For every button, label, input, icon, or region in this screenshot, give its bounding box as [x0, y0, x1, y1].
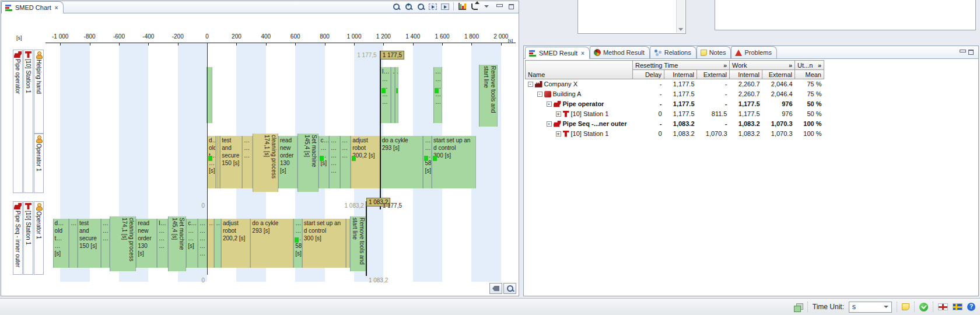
activity-label: 150 [s]	[79, 242, 100, 250]
activity-bar[interactable]: Remove tools andstart line	[350, 216, 366, 271]
column-header-delay[interactable]: Delay	[633, 70, 664, 79]
tab-method-result[interactable]: Method Result	[590, 46, 650, 58]
separator	[914, 302, 915, 312]
note-icon[interactable]	[902, 303, 909, 310]
maximize-icon[interactable]	[506, 2, 516, 11]
flag-sweden-icon[interactable]	[953, 303, 963, 310]
tree-expander[interactable]: -	[547, 102, 552, 107]
activity-bar[interactable]: ………	[101, 219, 110, 268]
activity-bar[interactable]: cleaning process174,1 [s]	[110, 216, 136, 271]
activity-bar[interactable]: …	[214, 219, 221, 268]
activity-bar[interactable]: …	[207, 219, 214, 268]
zoom-out-icon[interactable]: -	[415, 2, 426, 11]
column-header-internal[interactable]: Internal	[730, 70, 762, 79]
column-header-external[interactable]: External	[762, 70, 795, 79]
activity-bar[interactable]: adjustrobot200,2 [s]	[221, 219, 250, 268]
activity-bar[interactable]: I……………	[380, 67, 391, 123]
activity-bar[interactable]: start set up and control300 [s]	[432, 136, 476, 188]
activity-bar[interactable]: ……………	[198, 219, 207, 268]
activity-bar[interactable]: ………58[s]	[423, 136, 432, 188]
activity-bar[interactable]: do a cykle293 [s]	[250, 219, 293, 268]
expand-view-icon[interactable]	[440, 2, 450, 11]
scroll-down-icon[interactable]	[678, 28, 683, 31]
close-icon[interactable]: ×	[580, 50, 584, 57]
activity-bar[interactable]: d…oldt……[s]	[53, 219, 69, 268]
activity-bar[interactable]: d…oldt……[s]	[207, 136, 216, 188]
tab-smed-result[interactable]: SMED Result ×	[525, 47, 590, 59]
column-header-name[interactable]: Name	[526, 61, 633, 79]
activity-label: …	[244, 144, 252, 152]
expand-columns-icon[interactable]: »	[818, 62, 821, 69]
activity-bar[interactable]: …	[391, 67, 395, 123]
activity-bar[interactable]: Set machine145,4 [s]	[298, 134, 319, 192]
activity-bar[interactable]: ………58[s]	[293, 219, 302, 268]
activity-bar[interactable]: ……………	[329, 136, 340, 188]
activity-bar[interactable]: I…………	[157, 219, 168, 268]
zoom-in-icon[interactable]: +	[403, 2, 414, 11]
activity-bar[interactable]: adjustrobot200,2 [s]	[351, 136, 380, 188]
activity-bar[interactable]: ………	[242, 136, 253, 188]
minimize-icon[interactable]	[494, 2, 504, 11]
group-header-resetting-time[interactable]: Resetting Time»	[633, 61, 730, 70]
time-unit-select[interactable]: s	[849, 302, 892, 313]
activity-bar[interactable]: cleaning process174,1 [s]	[253, 134, 278, 192]
zoom-select-button[interactable]	[503, 283, 516, 294]
activity-bar[interactable]: …	[69, 219, 78, 268]
activity-bar[interactable]: start set up and control300 [s]	[302, 219, 346, 268]
column-header-internal[interactable]: Internal	[664, 70, 697, 79]
rotate-layout-icon[interactable]	[469, 2, 480, 11]
expand-columns-icon[interactable]: »	[789, 62, 792, 69]
activity-bar[interactable]: Remove tools andstart line	[479, 65, 497, 127]
activity-bar[interactable]: …	[395, 67, 398, 123]
activity-label: Remove tools and	[489, 66, 496, 127]
cascade-windows-icon[interactable]	[794, 303, 803, 311]
tab-notes[interactable]: Notes	[696, 46, 732, 58]
tab-relations[interactable]: Relations	[650, 46, 696, 58]
column-header-external[interactable]: External	[697, 70, 730, 79]
tree-expander[interactable]: -	[528, 82, 533, 87]
activity-bar[interactable]: c………[s]	[186, 219, 198, 268]
help-icon[interactable]: ?	[967, 303, 975, 311]
tree-expander[interactable]: -	[537, 92, 542, 97]
table-row-station[interactable]: +[10] Station 1 0 1,177.5 811.5 1,177.5 …	[526, 109, 824, 119]
table-row-station[interactable]: +[10] Station 1 0 1,083.2 1,070.3 1,083.…	[526, 129, 824, 139]
close-icon[interactable]: ×	[54, 5, 58, 11]
zoom-original-icon[interactable]: ·	[391, 2, 401, 11]
table-row-building[interactable]: -Building A - 1,177.5 - 2,260.7 2,046.4 …	[526, 89, 824, 99]
highlight-tick	[295, 237, 299, 243]
group-header-work[interactable]: Work»	[730, 61, 795, 70]
tree-expander[interactable]: +	[556, 111, 561, 117]
minimize-icon[interactable]	[960, 50, 965, 54]
method-colors-icon[interactable]	[457, 2, 467, 11]
table-row-company[interactable]: -Company X - 1,177.5 - 2,260.7 2,046.4 7…	[526, 79, 824, 89]
vertical-scrollbar[interactable]	[676, 0, 685, 33]
activity-label: 174,1 [s]	[263, 135, 270, 192]
activity-bar[interactable]: Set machine145,4 [s]	[168, 216, 186, 271]
activity-bar[interactable]: testandsecure150 [s]	[78, 219, 101, 268]
maximize-icon[interactable]	[968, 50, 974, 55]
tab-smed-chart[interactable]: SMED Chart ×	[1, 1, 64, 13]
activity-bar[interactable]: ……………	[433, 67, 442, 123]
tree-expander[interactable]: -	[547, 121, 552, 127]
flag-england-icon[interactable]	[938, 303, 948, 310]
tree-expander[interactable]: +	[556, 131, 561, 136]
check-ok-icon[interactable]	[919, 303, 928, 312]
activity-bar[interactable]: readneworder130[s]	[136, 219, 157, 268]
activity-bar[interactable]: testandsecure150 [s]	[220, 136, 242, 188]
collapse-view-icon[interactable]	[428, 2, 438, 11]
group-header-utilization[interactable]: Ut...n»	[795, 61, 824, 70]
activity-label: start line	[351, 218, 358, 271]
show-labels-button[interactable]	[489, 283, 502, 294]
activity-label: Set machine	[310, 135, 317, 192]
column-header-mean[interactable]: Mean	[795, 70, 824, 79]
tab-problems[interactable]: Problems	[731, 46, 776, 58]
table-row-pipe-operator[interactable]: -Pipe operator - 1,177.5 - 1,177.5 976 5…	[526, 99, 824, 109]
activity-bar[interactable]: c………[s]	[318, 136, 329, 188]
activity-bar[interactable]: readneworder130[s]	[278, 136, 298, 188]
view-menu-icon[interactable]	[481, 2, 492, 11]
activity-bar[interactable]: ………	[340, 136, 351, 188]
activity-label: 150 [s]	[222, 159, 242, 167]
activity-bar[interactable]: do a cykle293 [s]	[380, 136, 424, 188]
expand-columns-icon[interactable]: »	[723, 62, 727, 69]
table-row-pipe-seq[interactable]: -Pipe Seq -...ner outer - 1,083.2 - 1,08…	[526, 119, 824, 129]
